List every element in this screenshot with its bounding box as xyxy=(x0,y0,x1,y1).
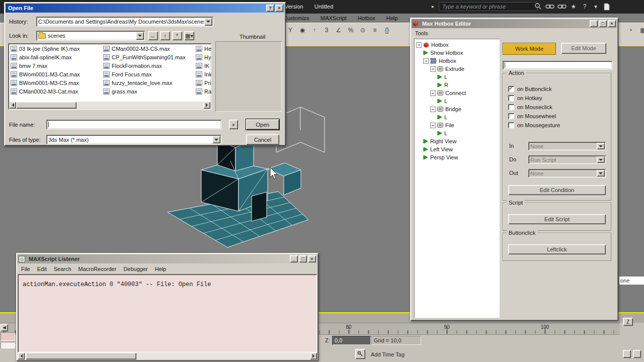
scroll-right-arrow-icon[interactable] xyxy=(203,102,210,109)
checkbox-on-mouseclick[interactable]: on Mouseclick xyxy=(508,103,611,112)
scrollbar-thumb[interactable] xyxy=(16,102,76,109)
edit-script-button[interactable]: Edit Script xyxy=(508,214,606,224)
tree-item-hotbox[interactable]: Hotbox xyxy=(414,57,500,65)
checkbox-on-mousewheel[interactable]: on Mousewheel xyxy=(508,112,611,121)
listener-menu-help[interactable]: Help xyxy=(151,266,170,272)
file-item[interactable]: Hea xyxy=(195,44,211,53)
work-mode-button[interactable]: Work Mode xyxy=(503,43,556,55)
checkbox-on-hotkey[interactable]: on Hotkey xyxy=(508,94,611,103)
mirror-icon[interactable]: ↑ xyxy=(309,25,320,36)
scroll-left-arrow-icon[interactable] xyxy=(9,102,16,109)
plus-button[interactable]: + xyxy=(229,120,238,129)
tree-item-hotbox[interactable]: Hotbox xyxy=(414,41,500,49)
trackbar-scroll-left-button[interactable]: ◀ xyxy=(1,324,8,331)
minimize-button[interactable]: _ xyxy=(290,255,298,262)
do-dropdown[interactable]: Run Script xyxy=(528,155,606,164)
dropdown-arrow-icon[interactable] xyxy=(204,18,212,26)
statusbar-corner-button-2[interactable] xyxy=(633,350,641,358)
app-menu-help[interactable]: Help xyxy=(381,15,404,21)
close-button[interactable]: × xyxy=(275,5,283,12)
open-button[interactable]: Open xyxy=(246,119,279,130)
z-axis-fragment-button[interactable]: Z xyxy=(623,318,633,326)
file-item[interactable]: 03 Ik-joe (Spline IK).max xyxy=(10,44,101,53)
create-new-folder-icon[interactable]: * xyxy=(172,31,182,40)
checkbox-on-mousegesture[interactable]: on Mousegesture xyxy=(508,121,611,130)
tree-item-left-view[interactable]: Left View xyxy=(414,145,500,153)
file-item[interactable]: Rair xyxy=(195,87,211,96)
collapse-expander-icon[interactable] xyxy=(430,123,436,128)
dropdown-arrow-icon[interactable] xyxy=(597,170,605,176)
dropdown-arrow-icon[interactable] xyxy=(597,156,605,163)
look-in-dropdown[interactable]: scenes xyxy=(36,31,145,41)
file-item[interactable]: CP_FunWithSpawning01.max xyxy=(102,53,194,61)
files-of-type-dropdown[interactable]: 3ds Max (*.max) xyxy=(46,135,221,144)
statusbar-corner-button-1[interactable] xyxy=(623,350,631,358)
search-input[interactable] xyxy=(439,2,537,11)
listener-titlebar[interactable]: G MAXScript Listener _ □ × xyxy=(18,254,317,263)
checkbox-box[interactable] xyxy=(508,104,514,110)
collapse-expander-icon[interactable] xyxy=(416,42,422,48)
tree-item-file[interactable]: File xyxy=(414,121,500,129)
file-list-hscrollbar[interactable] xyxy=(9,102,210,109)
app-menu-maxscript[interactable]: MAXScript xyxy=(315,15,352,21)
file-item[interactable]: abix-fall-splineIK.max xyxy=(10,53,101,61)
region-select-icon[interactable]: ◉ xyxy=(297,25,308,36)
search-icon[interactable] xyxy=(534,2,542,11)
dropdown-arrow-icon[interactable] xyxy=(597,143,605,149)
history-dropdown[interactable]: C:\Documents and Settings\Andreas\My Doc… xyxy=(36,17,213,27)
add-time-tag-label[interactable]: Add Time Tag xyxy=(371,351,405,357)
layer-manager-icon[interactable]: ▦ xyxy=(637,25,644,36)
tree-item-l[interactable]: L xyxy=(414,129,500,137)
listener-menu-file[interactable]: File xyxy=(18,266,34,272)
listener-menu-debugger[interactable]: Debugger xyxy=(120,266,151,272)
collapse-expander-icon[interactable] xyxy=(430,66,436,72)
time-tag-key-icon[interactable] xyxy=(355,349,365,359)
snap-toggle-3d-icon[interactable]: 3 xyxy=(321,25,332,36)
scrollbar-thumb[interactable] xyxy=(26,352,136,359)
file-list[interactable]: 03 Ik-joe (Spline IK).maxabix-fall-splin… xyxy=(8,43,211,110)
listener-menu-edit[interactable]: Edit xyxy=(34,266,50,272)
file-item[interactable]: BWom0001-M3-CS.max xyxy=(10,78,101,87)
collapse-expander-icon[interactable] xyxy=(423,58,429,64)
file-name-input[interactable] xyxy=(46,120,221,129)
close-button[interactable]: × xyxy=(608,20,616,27)
spinner-snap-icon[interactable]: ⊙ xyxy=(357,25,368,36)
edit-condition-button[interactable]: Edit Condition xyxy=(508,185,606,195)
file-item[interactable]: BWom0001-M3-Cat.max xyxy=(10,70,101,78)
listener-menu-search[interactable]: Search xyxy=(50,266,75,272)
tree-item-l[interactable]: L xyxy=(414,73,500,81)
angle-snap-icon[interactable]: ∠ xyxy=(333,25,344,36)
up-one-level-icon[interactable]: ↑ xyxy=(160,31,170,40)
file-item[interactable]: CMan0002-M3-Cat.max xyxy=(10,87,101,96)
collapse-expander-icon[interactable] xyxy=(430,107,436,112)
out-dropdown[interactable]: None xyxy=(528,169,606,177)
edit-mode-button[interactable]: Edit Mode xyxy=(561,43,606,54)
listener-menu-macrorecorder[interactable]: MacroRecorder xyxy=(75,266,120,272)
open-file-titlebar[interactable]: Open File ? × xyxy=(6,4,284,13)
minimize-button[interactable]: _ xyxy=(590,20,598,27)
help-button[interactable]: ? xyxy=(266,5,274,12)
percent-snap-icon[interactable]: % xyxy=(345,25,356,36)
checkbox-on-buttonclick[interactable]: ✓on Buttonclick xyxy=(508,84,611,94)
dropdown-arrow-icon[interactable] xyxy=(212,136,220,143)
mini-listener-macro-pane[interactable] xyxy=(1,332,15,341)
file-item[interactable]: fuzzy_tentacle_love.max xyxy=(102,78,194,87)
app-menu-hotbox[interactable]: Hotbox xyxy=(352,15,381,21)
curve-editor-icon[interactable]: {} xyxy=(381,25,392,36)
select-and-manipulate-icon[interactable]: Y xyxy=(285,25,296,36)
tree-item-connect[interactable]: Connect xyxy=(414,89,500,97)
link-icon[interactable] xyxy=(545,2,554,11)
tree-item-r[interactable]: R xyxy=(414,81,500,89)
mini-listener-result-pane[interactable] xyxy=(1,342,15,348)
checkbox-box[interactable] xyxy=(508,113,514,119)
link-add-icon[interactable] xyxy=(557,2,567,11)
help-menu-caret-icon[interactable]: ▾ xyxy=(592,2,600,11)
maximize-button[interactable]: □ xyxy=(599,20,607,27)
file-item[interactable]: Hym xyxy=(195,53,211,61)
tree-item-extrude[interactable]: Extrude xyxy=(414,65,500,73)
checkbox-box[interactable]: ✓ xyxy=(508,86,514,92)
render-icon[interactable]: ◔ xyxy=(625,25,636,36)
tree-item-right-view[interactable]: Right View xyxy=(414,137,500,145)
file-item[interactable]: FlockFormation.max xyxy=(102,61,194,70)
checkbox-box[interactable] xyxy=(508,122,514,128)
